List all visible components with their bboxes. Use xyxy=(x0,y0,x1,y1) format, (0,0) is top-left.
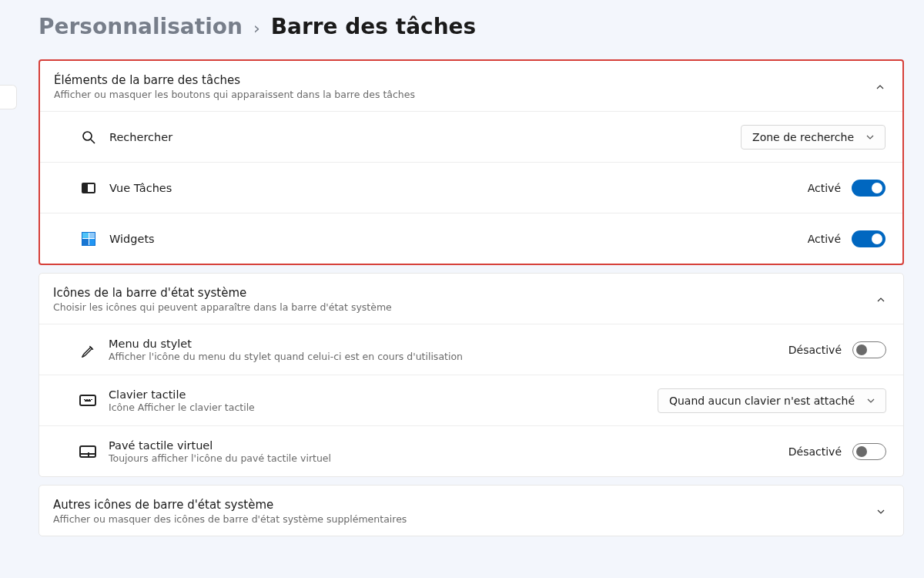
section-title: Autres icônes de barre d'état système xyxy=(53,498,875,512)
chevron-up-icon xyxy=(875,82,886,92)
taskview-icon xyxy=(82,183,95,193)
row-label: Pavé tactile virtuel xyxy=(109,439,788,452)
section-header-other-systray[interactable]: Autres icônes de barre d'état système Af… xyxy=(39,486,903,536)
dropdown-value: Quand aucun clavier n'est attaché xyxy=(669,395,855,407)
row-virtual-touchpad: Pavé tactile virtuel Toujours afficher l… xyxy=(39,425,903,476)
section-subtitle: Afficher ou masquer des icônes de barre … xyxy=(53,513,875,525)
toggle-state-label: Activé xyxy=(808,233,841,245)
section-subtitle: Choisir les icônes qui peuvent apparaîtr… xyxy=(53,301,875,313)
keyboard-icon xyxy=(79,395,96,406)
row-label: Menu du stylet xyxy=(109,338,788,350)
row-pen-menu: Menu du stylet Afficher l'icône du menu … xyxy=(39,324,903,375)
row-search: Rechercher Zone de recherche xyxy=(40,111,902,162)
chevron-up-icon xyxy=(875,294,886,305)
breadcrumb-parent[interactable]: Personnalisation xyxy=(38,14,243,39)
toggle-state-label: Désactivé xyxy=(788,344,842,356)
pen-toggle[interactable] xyxy=(852,341,886,358)
chevron-down-icon xyxy=(875,506,886,517)
svg-point-0 xyxy=(83,132,92,140)
section-header-taskbar-items[interactable]: Éléments de la barre des tâches Afficher… xyxy=(40,61,902,111)
row-widgets: Widgets Activé xyxy=(40,213,902,264)
toggle-state-label: Activé xyxy=(808,182,841,194)
toggle-state-label: Désactivé xyxy=(788,445,842,458)
breadcrumb-separator-icon: › xyxy=(253,18,260,38)
row-label: Vue Tâches xyxy=(109,182,808,194)
breadcrumb: Personnalisation › Barre des tâches xyxy=(38,14,904,39)
chevron-down-icon xyxy=(865,395,876,406)
widgets-icon xyxy=(82,232,95,246)
taskview-toggle[interactable] xyxy=(852,180,886,197)
section-title: Icônes de la barre d'état système xyxy=(53,286,875,300)
row-sublabel: Toujours afficher l'icône du pavé tactil… xyxy=(109,452,788,464)
row-touch-keyboard: Clavier tactile Icône Afficher le clavie… xyxy=(39,375,903,425)
left-tab-stub xyxy=(0,85,17,109)
chevron-down-icon xyxy=(865,132,875,143)
search-icon xyxy=(81,129,96,145)
search-mode-dropdown[interactable]: Zone de recherche xyxy=(741,125,886,150)
widgets-toggle[interactable] xyxy=(852,230,886,247)
section-subtitle: Afficher ou masquer les boutons qui appa… xyxy=(54,89,875,100)
row-label: Rechercher xyxy=(109,131,741,143)
pen-icon xyxy=(80,342,95,358)
touchpad-icon xyxy=(79,445,96,458)
section-other-systray: Autres icônes de barre d'état système Af… xyxy=(38,485,904,536)
row-taskview: Vue Tâches Activé xyxy=(40,162,902,213)
dropdown-value: Zone de recherche xyxy=(752,131,854,143)
settings-page: Personnalisation › Barre des tâches Élém… xyxy=(0,0,924,536)
svg-line-1 xyxy=(91,139,95,143)
row-sublabel: Icône Afficher le clavier tactile xyxy=(109,402,658,413)
row-sublabel: Afficher l'icône du menu du stylet quand… xyxy=(109,351,788,362)
section-header-systray[interactable]: Icônes de la barre d'état système Choisi… xyxy=(39,274,903,324)
section-taskbar-items: Éléments de la barre des tâches Afficher… xyxy=(38,59,904,265)
row-label: Clavier tactile xyxy=(109,388,658,401)
touch-keyboard-dropdown[interactable]: Quand aucun clavier n'est attaché xyxy=(658,388,886,413)
breadcrumb-current: Barre des tâches xyxy=(271,14,477,39)
section-systray-icons: Icônes de la barre d'état système Choisi… xyxy=(38,273,904,477)
section-title: Éléments de la barre des tâches xyxy=(54,73,875,87)
virtual-touchpad-toggle[interactable] xyxy=(852,443,886,460)
row-label: Widgets xyxy=(109,233,808,245)
